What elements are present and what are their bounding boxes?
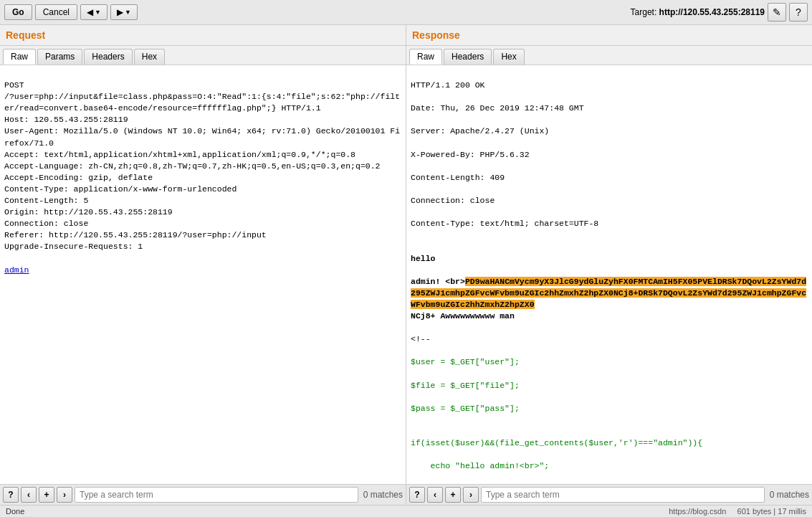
response-comment-start: <!-- [411, 333, 808, 345]
target-label: Target: http://120.55.43.255:28119 [631, 7, 765, 17]
request-tab-params[interactable]: Params [37, 49, 82, 65]
cancel-button[interactable]: Cancel [35, 4, 77, 20]
back-button[interactable]: ◀ ▼ [80, 4, 108, 20]
response-xpowered: X-Powered-By: PHP/5.6.32 [411, 149, 808, 161]
edit-icon: ✎ [773, 6, 781, 18]
response-content-wrap: HTTP/1.1 200 OK Date: Thu, 26 Dec 2019 1… [406, 65, 812, 505]
response-connection: Connection: close [411, 195, 808, 207]
forward-icon: ▶ [117, 7, 123, 17]
request-search-prev[interactable]: ‹ [21, 487, 37, 503]
request-tab-raw[interactable]: Raw [3, 49, 36, 65]
status-stats: 601 bytes | 17 millis [737, 507, 806, 516]
request-search-next-add[interactable]: + [39, 487, 54, 503]
response-contentlength: Content-Length: 409 [411, 172, 808, 184]
request-tab-hex[interactable]: Hex [134, 49, 165, 65]
request-header: Request [0, 25, 406, 46]
response-admin-br: admin! <br>PD9waHANCmVycm9yX3JlcG9ydGluZ… [411, 276, 808, 322]
request-panel: Request Raw Params Headers Hex POST /?us… [0, 25, 406, 505]
response-matches: 0 matches [770, 490, 809, 500]
response-tab-headers[interactable]: Headers [444, 49, 492, 65]
response-after-highlight: NCj8+ Awwwwwwwwww man [411, 311, 515, 321]
help-icon: ? [796, 6, 801, 18]
response-contenttype: Content-Type: text/html; charset=UTF-8 [411, 218, 808, 229]
response-hello: hello [411, 253, 808, 265]
response-date: Date: Thu, 26 Dec 2019 12:47:48 GMT [411, 103, 808, 114]
response-panel: Response Raw Headers Hex HTTP/1.1 200 OK… [406, 25, 812, 505]
request-search-input[interactable] [75, 487, 358, 503]
response-header: Response [406, 25, 812, 46]
response-php-user: $user = $_GET["user"]; [411, 356, 808, 368]
main-area: Request Raw Params Headers Hex POST /?us… [0, 25, 812, 505]
status-bar: Done https://blog.csdn 601 bytes | 17 mi… [0, 505, 812, 517]
request-search-help[interactable]: ? [3, 487, 19, 503]
response-server: Server: Apache/2.4.27 (Unix) [411, 125, 808, 137]
response-title: Response [412, 28, 806, 42]
toolbar-right: Target: http://120.55.43.255:28119 ✎ ? [631, 3, 808, 22]
request-tabs: Raw Params Headers Hex [0, 46, 406, 65]
response-search-next[interactable]: › [463, 487, 479, 503]
response-tab-raw[interactable]: Raw [409, 49, 442, 65]
request-line-post: POST /?user=php://input&file=class.php&p… [4, 80, 401, 265]
toolbar: Go Cancel ◀ ▼ ▶ ▼ Target: http://120.55.… [0, 0, 812, 25]
response-php-file: $file = $_GET["file"]; [411, 380, 808, 392]
response-search-next-add[interactable]: + [445, 487, 461, 503]
admin-link[interactable]: admin [4, 265, 29, 275]
status-url: https://blog.csdn [669, 507, 726, 516]
request-search-next[interactable]: › [57, 487, 72, 503]
response-content[interactable]: HTTP/1.1 200 OK Date: Thu, 26 Dec 2019 1… [406, 65, 812, 484]
response-php-echo1: echo "hello admin!<br>"; [411, 460, 808, 472]
back-dropdown-icon: ▼ [95, 9, 101, 16]
edit-button[interactable]: ✎ [768, 3, 786, 22]
response-search-help[interactable]: ? [409, 487, 425, 503]
response-php-pass: $pass = $_GET["pass"]; [411, 403, 808, 414]
response-php-include: include($file); //class.php [411, 483, 808, 484]
response-status: HTTP/1.1 200 OK [411, 80, 808, 91]
request-content[interactable]: POST /?user=php://input&file=class.php&p… [0, 65, 406, 484]
response-search-input[interactable] [481, 487, 765, 503]
help-button[interactable]: ? [789, 3, 808, 22]
response-search-bar: ? ‹ + › 0 matches [406, 484, 812, 505]
response-search-prev[interactable]: ‹ [427, 487, 443, 503]
response-php-if: if(isset($user)&&(file_get_contents($use… [411, 437, 808, 449]
go-button[interactable]: Go [4, 4, 32, 20]
status-right: https://blog.csdn 601 bytes | 17 millis [669, 507, 806, 516]
request-body: POST /?user=php://input&file=class.php&p… [0, 65, 406, 505]
forward-dropdown-icon: ▼ [125, 9, 131, 16]
response-tab-hex[interactable]: Hex [493, 49, 524, 65]
request-content-wrap: POST /?user=php://input&file=class.php&p… [0, 65, 406, 505]
request-search-bar: ? ‹ + › 0 matches [0, 484, 406, 505]
response-tabs: Raw Headers Hex [406, 46, 812, 65]
request-matches: 0 matches [363, 490, 403, 500]
target-url: http://120.55.43.255:28119 [659, 7, 765, 17]
request-title: Request [6, 28, 400, 42]
forward-button[interactable]: ▶ ▼ [110, 4, 138, 20]
back-icon: ◀ [87, 7, 93, 17]
response-body: HTTP/1.1 200 OK Date: Thu, 26 Dec 2019 1… [406, 65, 812, 505]
request-tab-headers[interactable]: Headers [84, 49, 132, 65]
status-done: Done [6, 507, 24, 516]
